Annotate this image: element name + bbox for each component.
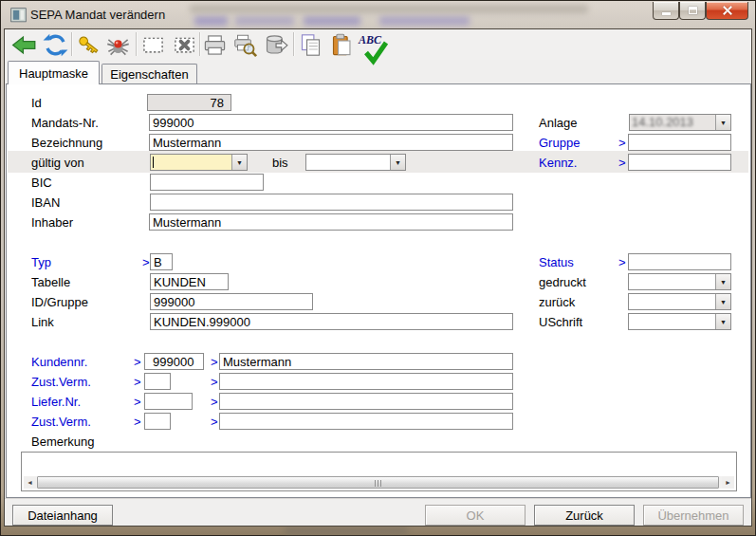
deselect-icon: [172, 32, 197, 58]
field-label-gedruckt: gedruckt: [539, 275, 586, 289]
horizontal-scrollbar[interactable]: ◄ ►: [24, 476, 734, 489]
key-button[interactable]: [76, 31, 102, 58]
bezeichnung-field[interactable]: [149, 134, 513, 151]
minimize-button[interactable]: [653, 2, 679, 20]
liefernr-field[interactable]: [144, 393, 193, 410]
link-chevron[interactable]: >: [618, 255, 626, 269]
link-field[interactable]: [150, 313, 513, 330]
uschrift-combo[interactable]: ▼: [628, 313, 731, 330]
bis-value: [306, 155, 390, 170]
status-field[interactable]: [628, 253, 731, 270]
gedruckt-value: [629, 274, 715, 289]
link-chevron[interactable]: >: [618, 136, 626, 150]
print-preview-button[interactable]: [232, 31, 259, 58]
dropdown-arrow-icon[interactable]: ▼: [715, 115, 730, 130]
link-chevron[interactable]: >: [618, 156, 626, 170]
gueltig-von-value: [151, 155, 231, 170]
tabelle-field[interactable]: [150, 273, 229, 290]
tab-eigenschaften[interactable]: Eigenschaften: [101, 64, 197, 84]
link-chevron[interactable]: >: [211, 415, 218, 429]
deselect-button[interactable]: [172, 31, 198, 58]
gruppe-field[interactable]: [628, 134, 731, 151]
scrollbar-thumb[interactable]: [37, 476, 719, 489]
field-label-id-gruppe: ID/Gruppe: [31, 295, 88, 309]
maximize-button[interactable]: [679, 2, 706, 20]
kundennr-name-field[interactable]: [219, 353, 513, 370]
kundennr-field[interactable]: [144, 353, 204, 370]
paste-button[interactable]: [329, 31, 356, 58]
zustverm1-name-field[interactable]: [219, 373, 513, 390]
field-label-tabelle: Tabelle: [31, 275, 70, 289]
background-window-ghost: [304, 16, 360, 26]
gueltig-von-combo[interactable]: ▼: [150, 154, 248, 171]
zurueck-combo[interactable]: ▼: [628, 293, 731, 310]
background-window-ghost: [194, 16, 228, 26]
field-label-mandats-nr: Mandats-Nr.: [31, 116, 99, 130]
bis-combo[interactable]: ▼: [305, 154, 406, 171]
minimize-icon: [662, 12, 671, 15]
background-window-ghost: [190, 5, 588, 13]
toolbar-separator: [136, 32, 138, 56]
refresh-button[interactable]: [43, 31, 69, 58]
iban-field[interactable]: [150, 194, 513, 211]
field-label-inhaber: Inhaber: [31, 215, 73, 230]
id-field[interactable]: [147, 94, 231, 111]
bemerkung-input[interactable]: ◄ ►: [21, 452, 737, 491]
field-label-anlage: Anlage: [539, 116, 577, 130]
close-button[interactable]: [706, 2, 748, 20]
dropdown-arrow-icon[interactable]: ▼: [715, 294, 730, 309]
typ-field[interactable]: [150, 253, 173, 270]
dropdown-arrow-icon[interactable]: ▼: [231, 155, 247, 170]
uebernehmen-button[interactable]: Übernehmen: [643, 505, 744, 526]
field-label-kundennr: Kundennr.: [31, 355, 87, 369]
id-gruppe-field[interactable]: [150, 293, 313, 310]
paste-icon: [329, 32, 355, 58]
ok-button[interactable]: OK: [425, 505, 526, 526]
liefernr-name-field[interactable]: [219, 393, 513, 410]
link-chevron[interactable]: >: [134, 355, 141, 369]
copy-button[interactable]: [298, 31, 324, 58]
key-icon: [76, 32, 101, 58]
field-label-zustverm2: Zust.Verm.: [31, 415, 91, 429]
anlage-value: 14.10.2013: [630, 115, 715, 130]
link-chevron[interactable]: >: [211, 355, 218, 369]
dropdown-arrow-icon[interactable]: ▼: [715, 274, 730, 289]
zurueck-button[interactable]: Zurück: [534, 505, 635, 526]
spellcheck-button[interactable]: ABC: [358, 31, 384, 58]
link-chevron[interactable]: >: [134, 395, 141, 409]
mandats-nr-field[interactable]: [149, 114, 513, 131]
link-chevron[interactable]: >: [134, 375, 141, 389]
toolbar-separator: [293, 32, 295, 56]
uschrift-value: [629, 314, 715, 329]
gedruckt-combo[interactable]: ▼: [628, 273, 731, 290]
background-window-ghost: [379, 16, 470, 26]
link-chevron[interactable]: >: [134, 415, 141, 429]
toolbar-separator: [71, 32, 73, 56]
link-chevron[interactable]: >: [142, 255, 150, 269]
zustverm1-field[interactable]: [144, 373, 171, 390]
link-chevron[interactable]: >: [211, 395, 218, 409]
tab-hauptmaske[interactable]: Hauptmaske: [8, 61, 100, 84]
bic-field[interactable]: [150, 174, 264, 191]
dropdown-arrow-icon[interactable]: ▼: [715, 314, 730, 329]
background-window-ghost: [285, 527, 408, 534]
link-chevron[interactable]: >: [211, 375, 218, 389]
anlage-combo[interactable]: 14.10.2013 ▼: [629, 114, 731, 131]
window-title: SEPA Mandat verändern: [30, 8, 165, 22]
dateianhang-button[interactable]: Dateianhang: [12, 505, 113, 526]
kennz-field[interactable]: [628, 154, 731, 171]
field-label-gueltig-von: gültig von: [31, 156, 84, 170]
zustverm2-field[interactable]: [144, 413, 171, 430]
back-button[interactable]: [11, 31, 38, 58]
scroll-left-arrow[interactable]: ◄: [24, 476, 36, 489]
print-button[interactable]: [202, 31, 229, 58]
field-label-bezeichnung: Bezeichnung: [31, 136, 102, 150]
export-button[interactable]: [263, 31, 289, 58]
zustverm2-name-field[interactable]: [219, 413, 513, 430]
inhaber-field[interactable]: [149, 213, 513, 231]
dropdown-arrow-icon[interactable]: ▼: [390, 155, 405, 170]
select-button[interactable]: [140, 31, 167, 58]
spider-button[interactable]: [105, 31, 132, 58]
toolbar-separator: [199, 32, 201, 56]
scroll-right-arrow[interactable]: ►: [722, 476, 734, 489]
